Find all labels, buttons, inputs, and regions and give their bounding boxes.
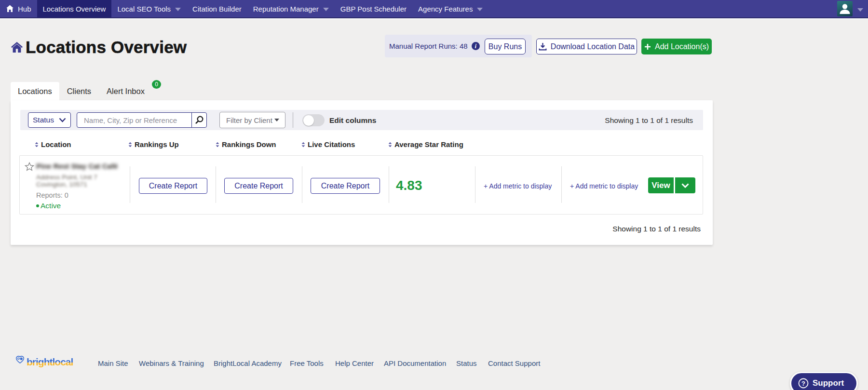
svg-text:?: ? bbox=[801, 380, 805, 387]
